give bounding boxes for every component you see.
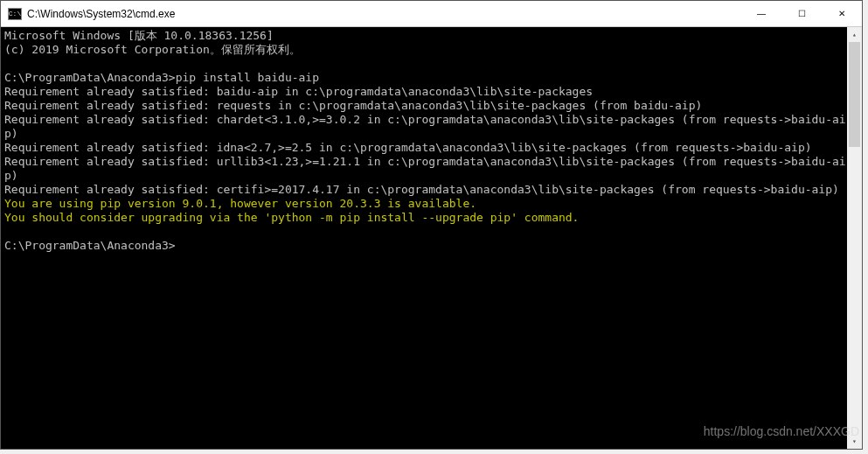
terminal-line xyxy=(4,225,847,239)
close-button[interactable]: ✕ xyxy=(822,1,862,26)
scroll-track[interactable] xyxy=(847,42,862,434)
cmd-icon: C:\ xyxy=(8,8,22,20)
terminal-output[interactable]: Microsoft Windows [版本 10.0.18363.1256](c… xyxy=(1,27,847,449)
terminal-line: Requirement already satisfied: certifi>=… xyxy=(4,183,847,197)
terminal-line: C:\ProgramData\Anaconda3>pip install bai… xyxy=(4,71,847,85)
terminal-line: Requirement already satisfied: baidu-aip… xyxy=(4,85,847,99)
scroll-down-button[interactable]: ▾ xyxy=(847,434,862,449)
terminal-line: You should consider upgrading via the 'p… xyxy=(4,211,847,225)
terminal-line: Requirement already satisfied: idna<2.7,… xyxy=(4,141,847,155)
scroll-thumb[interactable] xyxy=(849,42,860,147)
terminal-line: C:\ProgramData\Anaconda3> xyxy=(4,239,847,253)
window-controls: — ☐ ✕ xyxy=(741,1,862,26)
terminal-line: Requirement already satisfied: chardet<3… xyxy=(4,113,847,141)
terminal-area: Microsoft Windows [版本 10.0.18363.1256](c… xyxy=(1,27,862,449)
terminal-line: (c) 2019 Microsoft Corporation。保留所有权利。 xyxy=(4,43,847,57)
cmd-window: C:\ C:\Windows\System32\cmd.exe — ☐ ✕ Mi… xyxy=(0,0,863,450)
scrollbar[interactable]: ▴ ▾ xyxy=(847,27,862,449)
terminal-line: Requirement already satisfied: urllib3<1… xyxy=(4,155,847,183)
terminal-line: Requirement already satisfied: requests … xyxy=(4,99,847,113)
terminal-line xyxy=(4,57,847,71)
window-title: C:\Windows\System32\cmd.exe xyxy=(27,8,741,20)
scroll-up-button[interactable]: ▴ xyxy=(847,27,862,42)
maximize-button[interactable]: ☐ xyxy=(781,1,822,26)
terminal-line: Microsoft Windows [版本 10.0.18363.1256] xyxy=(4,29,847,43)
minimize-button[interactable]: — xyxy=(741,1,781,26)
terminal-line: You are using pip version 9.0.1, however… xyxy=(4,197,847,211)
titlebar: C:\ C:\Windows\System32\cmd.exe — ☐ ✕ xyxy=(1,1,862,27)
